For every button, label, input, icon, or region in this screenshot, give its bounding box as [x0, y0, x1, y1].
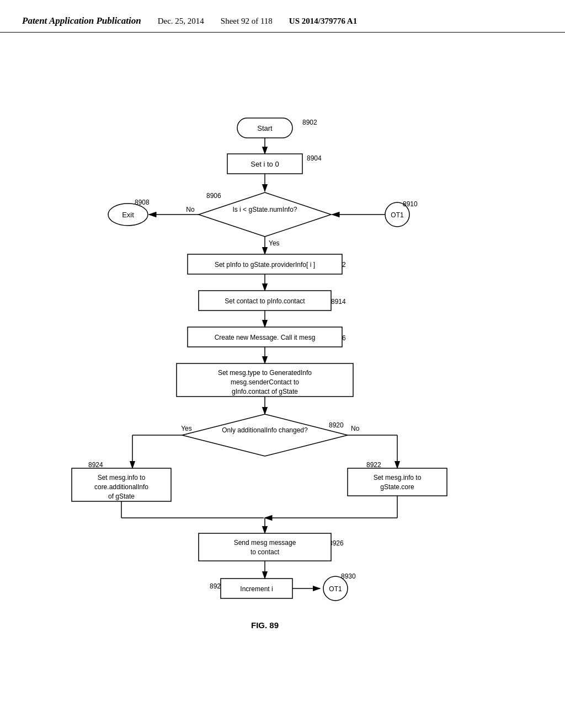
svg-text:No: No: [351, 425, 360, 432]
svg-text:FIG. 89: FIG. 89: [251, 620, 279, 630]
svg-text:Yes: Yes: [181, 425, 192, 432]
svg-text:to contact: to contact: [250, 548, 280, 556]
page-header: Patent Application Publication Dec. 25, …: [0, 0, 565, 33]
svg-text:8910: 8910: [403, 200, 418, 208]
diagram-area: Start 8902 Set i to 0 8904 8906 Is i < g…: [0, 33, 565, 705]
svg-text:Set mesg.info to: Set mesg.info to: [374, 474, 422, 481]
svg-marker-41: [182, 414, 348, 456]
svg-text:Set contact to pInfo.contact: Set contact to pInfo.contact: [225, 297, 305, 305]
svg-text:Set mesg.info to: Set mesg.info to: [98, 474, 146, 481]
svg-text:Set i to 0: Set i to 0: [250, 160, 279, 168]
svg-text:Increment i: Increment i: [240, 585, 273, 593]
svg-text:8920: 8920: [329, 421, 344, 429]
svg-text:Send mesg message: Send mesg message: [234, 539, 296, 547]
svg-text:8922: 8922: [366, 461, 381, 469]
svg-text:Is i < gState.numInfo?: Is i < gState.numInfo?: [232, 206, 297, 213]
svg-text:mesg.senderContact to: mesg.senderContact to: [231, 378, 299, 386]
svg-text:gState.core: gState.core: [380, 483, 414, 491]
svg-text:8914: 8914: [331, 298, 346, 306]
publication-title: Patent Application Publication: [22, 15, 141, 26]
publication-date: Dec. 25, 2014: [158, 17, 204, 26]
svg-rect-64: [199, 533, 331, 561]
svg-text:8908: 8908: [135, 199, 150, 206]
svg-text:No: No: [186, 206, 195, 213]
svg-text:OT1: OT1: [329, 585, 342, 593]
svg-text:8904: 8904: [307, 154, 322, 162]
svg-text:gInfo.contact of gState: gInfo.contact of gState: [232, 388, 298, 395]
sheet-info: Sheet 92 of 118: [221, 17, 273, 26]
svg-text:OT1: OT1: [391, 211, 404, 219]
svg-text:Yes: Yes: [269, 239, 280, 247]
svg-text:8924: 8924: [88, 461, 103, 469]
svg-text:8930: 8930: [341, 572, 356, 580]
svg-text:core.additionalInfo: core.additionalInfo: [94, 483, 148, 491]
svg-text:of gState: of gState: [108, 493, 135, 500]
svg-text:8906: 8906: [206, 192, 221, 200]
svg-rect-50: [348, 468, 447, 496]
svg-text:Exit: Exit: [122, 211, 134, 219]
svg-text:Set pInfo to gState.providerIn: Set pInfo to gState.providerInfo[ i ]: [215, 261, 315, 269]
svg-text:Create new Message. Call it me: Create new Message. Call it mesg: [215, 334, 316, 341]
svg-text:Only additionalInfo changed?: Only additionalInfo changed?: [222, 426, 308, 434]
patent-number: US 2014/379776 A1: [289, 17, 357, 26]
svg-text:8902: 8902: [302, 119, 317, 126]
svg-text:Start: Start: [257, 124, 273, 132]
svg-text:Set mesg.type to GeneratedInfo: Set mesg.type to GeneratedInfo: [218, 369, 312, 377]
